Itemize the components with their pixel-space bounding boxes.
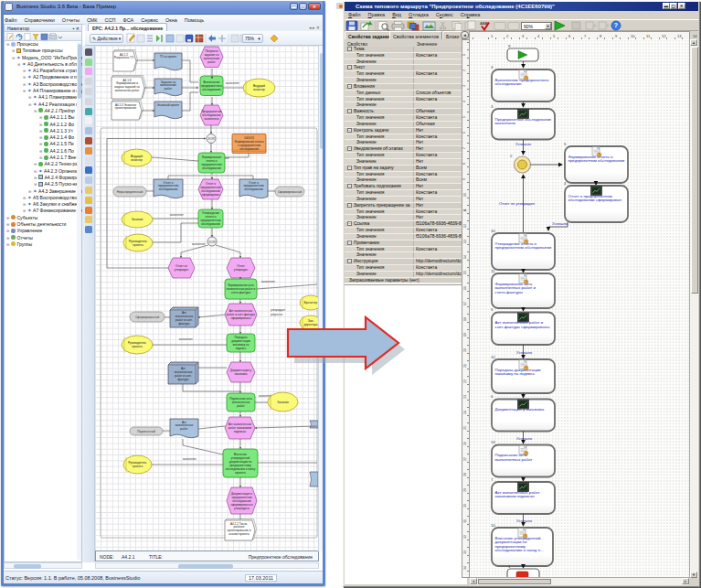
svg-text:обследования: обследования — [495, 81, 523, 86]
svg-text:7: 7 — [491, 477, 494, 482]
svg-text:12: 12 — [491, 355, 495, 359]
svg-text:Успешно: Успешно — [516, 519, 533, 523]
svg-text:9: 9 — [508, 44, 511, 48]
svg-text:3: 3 — [491, 65, 494, 69]
svg-text:счета-фактуры: счета-фактуры — [495, 290, 523, 294]
svg-text:заказчиком подписан: заказчиком подписан — [495, 494, 536, 498]
svg-text:Успешно: Успешно — [516, 350, 533, 355]
svg-text:заказчику на подпись: заказчику на подпись — [495, 371, 536, 376]
svg-text:2: 2 — [510, 154, 513, 158]
svg-text:Успешно: Успешно — [552, 221, 568, 226]
svg-text:обследовании сформирован: обследовании сформирован — [568, 198, 622, 202]
svg-text:Успешно: Успешно — [515, 142, 532, 146]
svg-text:11: 11 — [491, 269, 495, 273]
svg-text:выполнено: выполнено — [495, 121, 516, 125]
svg-text:10: 10 — [491, 229, 495, 233]
svg-text:Успешно: Успешно — [516, 436, 533, 441]
svg-text:предпроектном обследовании: предпроектном обследовании — [568, 158, 625, 163]
svg-text:?: ? — [614, 22, 618, 28]
svg-text:13: 13 — [491, 440, 495, 444]
svg-text:Отчет не утвержден: Отчет не утвержден — [499, 201, 536, 206]
svg-text:обследованию в папку п...: обследованию в папку п... — [495, 548, 544, 552]
svg-text:3: 3 — [491, 104, 494, 109]
svg-text:предпроектном обследовании: предпроектном обследовании — [495, 245, 552, 250]
svg-text:выполненных работ: выполненных работ — [495, 457, 533, 462]
svg-text:14: 14 — [491, 523, 495, 528]
svg-text:6: 6 — [491, 394, 494, 399]
svg-text:5: 5 — [491, 307, 494, 312]
svg-text:Документация у заказчика: Документация у заказчика — [495, 407, 545, 412]
svg-text:счет-фактура сформированы: счет-фактура сформированы — [495, 325, 550, 329]
svg-text:5: 5 — [564, 142, 567, 146]
